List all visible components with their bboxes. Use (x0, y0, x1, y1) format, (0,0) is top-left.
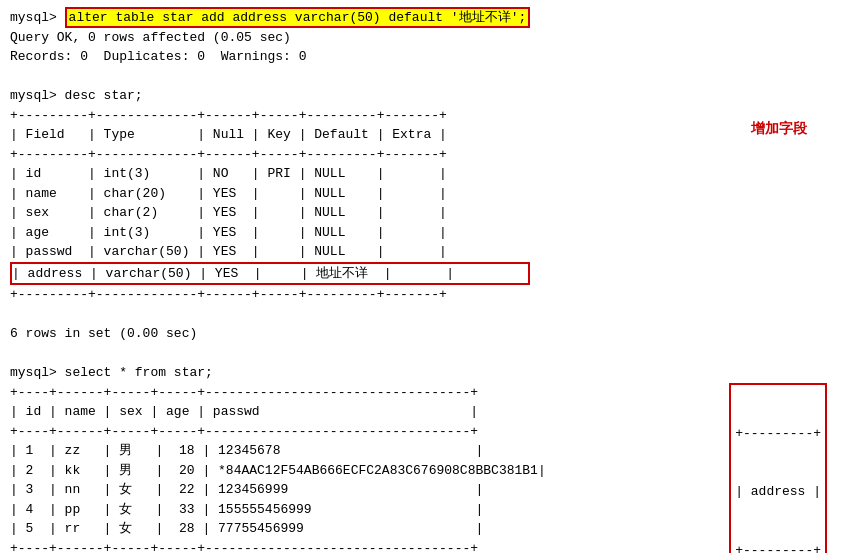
prompt: mysql> (10, 10, 65, 25)
table-header: | Field | Type | Null | Key | Default | … (10, 125, 857, 145)
row-age: | age | int(3) | YES | | NULL | | (10, 223, 857, 243)
address-column-box: +---------+ | address | +---------+ | 地址… (729, 383, 827, 554)
terminal-line: mysql> alter table star add address varc… (10, 8, 857, 28)
row-id: | id | int(3) | NO | PRI | NULL | | (10, 164, 857, 184)
add-field-label: 增加字段 (751, 118, 807, 139)
addr-sep-top: +---------+ (735, 424, 821, 444)
row-address: | address | varchar(50) | YES | | 地址不详 |… (12, 266, 454, 281)
table-sep2: +---------+-------------+------+-----+--… (10, 145, 857, 165)
row-address-highlight: | address | varchar(50) | YES | | 地址不详 |… (10, 262, 530, 286)
table-sep3: +---------+-------------+------+-----+--… (10, 285, 857, 305)
select-cmd: mysql> select * from star; (10, 363, 857, 383)
blank1 (10, 67, 857, 87)
records-line: Records: 0 Duplicates: 0 Warnings: 0 (10, 47, 857, 67)
blank3 (10, 344, 857, 364)
query-ok: Query OK, 0 rows affected (0.05 sec) (10, 28, 857, 48)
row-sex: | sex | char(2) | YES | | NULL | | (10, 203, 857, 223)
blank2 (10, 305, 857, 325)
addr-header: | address | (735, 482, 821, 502)
select-table-area: +----+------+-----+-----+---------------… (10, 383, 857, 554)
terminal-window: mysql> alter table star add address varc… (0, 0, 867, 553)
table-sep1: +---------+-------------+------+-----+--… (10, 106, 857, 126)
row-passwd: | passwd | varchar(50) | YES | | NULL | … (10, 242, 857, 262)
sql-command: alter table star add address varchar(50)… (65, 7, 531, 28)
row-name: | name | char(20) | YES | | NULL | | (10, 184, 857, 204)
addr-sep2: +---------+ (735, 541, 821, 554)
desc-cmd: mysql> desc star; (10, 86, 857, 106)
rows-count1: 6 rows in set (0.00 sec) (10, 324, 857, 344)
